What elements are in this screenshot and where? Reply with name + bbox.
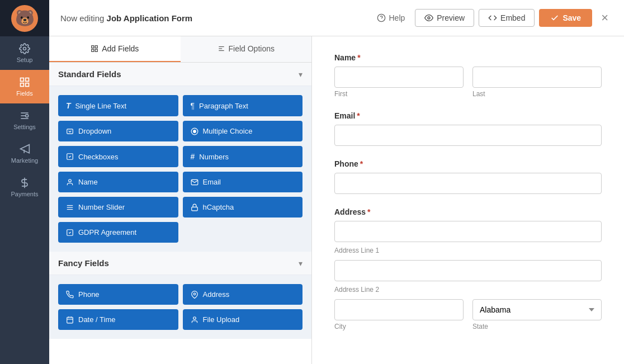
field-btn-phone[interactable]: Phone xyxy=(58,284,178,305)
tab-add-fields-label: Add Fields xyxy=(102,44,139,53)
multiple-choice-icon xyxy=(191,127,198,135)
field-btn-paragraph-text-label: Paragraph Text xyxy=(199,102,248,110)
form-field-name: Name* First Last xyxy=(334,53,602,98)
numbers-icon: # xyxy=(191,152,195,161)
svg-point-22 xyxy=(193,130,196,133)
field-btn-gdpr[interactable]: GDPR Agreement xyxy=(58,222,178,243)
form-field-phone-label: Phone* xyxy=(334,159,602,168)
sidebar-settings-label: Settings xyxy=(13,124,36,130)
field-btn-date-time-label: Date / Time xyxy=(78,315,115,324)
name-icon xyxy=(66,178,74,186)
svg-point-12 xyxy=(428,17,430,19)
address-city-input[interactable] xyxy=(334,299,464,320)
svg-rect-3 xyxy=(21,83,24,87)
tab-bar: Add Fields Field Options xyxy=(49,36,311,63)
svg-point-24 xyxy=(69,179,72,182)
main-content: Now editing Job Application Form Help Pr… xyxy=(49,0,624,364)
preview-button[interactable]: Preview xyxy=(415,9,474,27)
header-title: Now editing Job Application Form xyxy=(60,13,365,23)
field-btn-checkboxes-label: Checkboxes xyxy=(78,153,119,161)
svg-rect-14 xyxy=(95,46,97,48)
field-btn-single-line-text[interactable]: T Single Line Text xyxy=(58,95,178,116)
standard-fields-section-header[interactable]: Standard Fields ▾ xyxy=(49,63,311,86)
sidebar-setup-label: Setup xyxy=(17,56,33,63)
field-btn-gdpr-label: GDPR Agreement xyxy=(78,228,136,237)
sidebar-item-payments[interactable]: Payments xyxy=(0,171,49,204)
save-button[interactable]: Save xyxy=(539,9,592,27)
number-slider-icon xyxy=(66,204,74,211)
name-last-input[interactable] xyxy=(472,67,602,88)
sidebar-item-settings[interactable]: Settings xyxy=(0,103,49,137)
sidebar-item-marketing[interactable]: Marketing xyxy=(0,137,49,171)
address-state-select[interactable]: Alabama xyxy=(472,299,602,320)
fancy-fields-section-header[interactable]: Fancy Fields ▾ xyxy=(49,252,311,275)
address-city-sublabel: City xyxy=(334,323,464,330)
embed-label: Embed xyxy=(500,13,525,22)
sidebar-payments-label: Payments xyxy=(11,191,39,197)
dollar-icon xyxy=(19,177,30,188)
dropdown-icon xyxy=(66,127,74,135)
email-icon xyxy=(191,178,198,186)
svg-point-35 xyxy=(193,316,196,319)
field-btn-dropdown[interactable]: Dropdown xyxy=(58,121,178,141)
form-field-phone: Phone* xyxy=(334,159,602,194)
gear-icon xyxy=(19,43,30,54)
field-btn-address-label: Address xyxy=(203,290,230,299)
fancy-fields-grid: Phone Address Date / Time File Upload xyxy=(49,275,311,339)
field-btn-hcaptcha-label: hCaptcha xyxy=(203,203,234,211)
tab-add-fields[interactable]: Add Fields xyxy=(49,36,181,62)
phone-icon xyxy=(66,291,74,299)
field-btn-address[interactable]: Address xyxy=(183,284,303,305)
help-icon xyxy=(377,13,386,22)
address-line1-input[interactable] xyxy=(334,221,602,242)
left-panel: Add Fields Field Options Standard Fields… xyxy=(49,36,312,364)
field-btn-number-slider[interactable]: Number Slider xyxy=(58,197,178,218)
name-required-star: * xyxy=(357,53,360,62)
field-btn-single-line-text-label: Single Line Text xyxy=(75,102,127,110)
single-line-text-icon: T xyxy=(66,101,71,110)
eye-icon xyxy=(424,13,433,22)
svg-rect-15 xyxy=(92,49,94,51)
field-btn-multiple-choice[interactable]: Multiple Choice xyxy=(183,121,303,141)
phone-required-star: * xyxy=(360,159,363,168)
upload-icon xyxy=(191,316,198,324)
field-btn-number-slider-label: Number Slider xyxy=(78,203,125,211)
megaphone-icon xyxy=(19,144,30,155)
standard-fields-chevron: ▾ xyxy=(299,70,302,79)
field-btn-name-label: Name xyxy=(78,178,98,186)
field-btn-multiple-choice-label: Multiple Choice xyxy=(203,127,253,135)
name-row: First Last xyxy=(334,67,602,98)
standard-fields-title: Standard Fields xyxy=(58,69,121,79)
svg-rect-1 xyxy=(21,78,24,82)
field-btn-file-upload[interactable]: File Upload xyxy=(183,309,303,330)
form-preview: Name* First Last Email* xyxy=(312,36,624,364)
field-btn-email-label: Email xyxy=(203,178,221,186)
field-btn-date-time[interactable]: Date / Time xyxy=(58,309,178,330)
address-state-sublabel: State xyxy=(472,323,602,330)
sidebar-item-fields[interactable]: Fields xyxy=(0,70,49,103)
tab-field-options[interactable]: Field Options xyxy=(181,36,312,62)
paragraph-text-icon: ¶ xyxy=(191,101,195,110)
field-btn-email[interactable]: Email xyxy=(183,172,303,192)
field-btn-hcaptcha[interactable]: hCaptcha xyxy=(183,197,303,218)
form-field-name-label: Name* xyxy=(334,53,602,62)
field-btn-numbers[interactable]: # Numbers xyxy=(183,146,303,167)
phone-input[interactable] xyxy=(334,173,602,194)
tab-field-options-label: Field Options xyxy=(229,44,275,53)
name-last-field: Last xyxy=(472,67,602,98)
address-line2-input[interactable] xyxy=(334,260,602,281)
grid-icon xyxy=(91,45,98,53)
standard-fields-grid: T Single Line Text ¶ Paragraph Text Drop… xyxy=(49,86,311,252)
field-btn-name[interactable]: Name xyxy=(58,172,178,192)
field-btn-checkboxes[interactable]: Checkboxes xyxy=(58,146,178,167)
preview-label: Preview xyxy=(437,13,465,22)
field-btn-paragraph-text[interactable]: ¶ Paragraph Text xyxy=(183,95,303,116)
email-input[interactable] xyxy=(334,125,602,146)
name-first-input[interactable] xyxy=(334,67,464,88)
svg-rect-28 xyxy=(191,207,197,210)
help-button[interactable]: Help xyxy=(371,10,410,26)
embed-button[interactable]: Embed xyxy=(479,9,535,27)
sidebar-item-setup[interactable]: Setup xyxy=(0,36,49,70)
close-button[interactable]: × xyxy=(597,10,613,26)
checkboxes-icon xyxy=(66,153,74,160)
